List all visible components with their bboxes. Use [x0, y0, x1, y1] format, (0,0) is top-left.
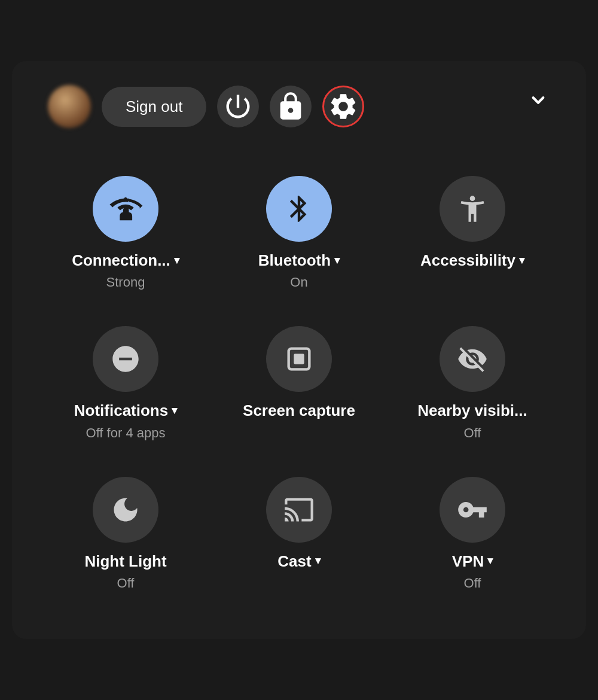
tile-accessibility[interactable]: Accessibility ▾	[395, 164, 550, 302]
top-bar: Sign out	[48, 85, 550, 128]
night-light-icon	[110, 494, 141, 525]
collapse-button[interactable]	[526, 96, 550, 118]
nearby-visibility-status: Off	[464, 425, 481, 441]
accessibility-icon	[457, 193, 488, 224]
screen-capture-label: Screen capture	[243, 401, 355, 420]
cast-icon-circle	[266, 477, 332, 543]
do-not-disturb-icon	[110, 343, 141, 375]
cast-icon	[283, 494, 315, 525]
bluetooth-status: On	[290, 275, 307, 290]
power-button[interactable]	[217, 86, 259, 127]
vpn-key-icon	[457, 494, 488, 525]
settings-button[interactable]	[322, 86, 364, 127]
notifications-icon-circle	[93, 326, 158, 392]
bluetooth-icon	[283, 193, 315, 224]
svg-rect-1	[294, 354, 304, 364]
chevron-down-icon	[526, 96, 550, 114]
quick-tiles-grid: Connection... ▾ Strong Bluetooth ▾ On	[48, 164, 550, 603]
bluetooth-label: Bluetooth ▾	[258, 251, 340, 270]
tile-nearby-visibility[interactable]: Nearby visibi... Off	[395, 314, 550, 452]
nearby-visibility-icon	[457, 343, 488, 375]
bluetooth-dropdown-arrow: ▾	[334, 254, 340, 267]
settings-icon	[328, 91, 359, 122]
vpn-status: Off	[464, 576, 481, 591]
connection-dropdown-arrow: ▾	[174, 254, 179, 267]
accessibility-dropdown-arrow: ▾	[519, 254, 524, 267]
night-light-label: Night Light	[84, 552, 166, 571]
quick-settings-panel: Sign out	[12, 61, 586, 639]
night-light-icon-circle	[93, 477, 158, 543]
bluetooth-icon-circle	[266, 176, 332, 242]
connection-status: Strong	[106, 275, 145, 290]
tile-bluetooth[interactable]: Bluetooth ▾ On	[221, 164, 377, 302]
cast-label: Cast ▾	[277, 552, 320, 571]
vpn-dropdown-arrow: ▾	[487, 555, 493, 568]
tile-connection[interactable]: Connection... ▾ Strong	[48, 164, 203, 302]
connection-label: Connection... ▾	[72, 251, 179, 270]
accessibility-icon-circle	[440, 176, 505, 242]
notifications-dropdown-arrow: ▾	[172, 404, 177, 418]
nearby-visibility-icon-circle	[440, 326, 505, 392]
lock-button[interactable]	[270, 86, 312, 127]
cast-dropdown-arrow: ▾	[315, 555, 321, 568]
nearby-visibility-label: Nearby visibi...	[417, 401, 527, 420]
tile-screen-capture[interactable]: Screen capture	[221, 314, 377, 452]
lock-icon	[275, 91, 306, 122]
tile-vpn[interactable]: VPN ▾ Off	[395, 465, 550, 603]
notifications-status: Off for 4 apps	[86, 425, 166, 441]
connection-icon-circle	[93, 176, 158, 242]
sign-out-label: Sign out	[126, 98, 182, 115]
tile-night-light[interactable]: Night Light Off	[48, 465, 203, 603]
vpn-icon-circle	[440, 477, 505, 543]
notifications-label: Notifications ▾	[74, 401, 177, 420]
tile-cast[interactable]: Cast ▾	[221, 465, 377, 603]
sign-out-button[interactable]: Sign out	[102, 87, 206, 127]
night-light-status: Off	[117, 576, 135, 591]
power-icon	[222, 91, 254, 122]
accessibility-label: Accessibility ▾	[420, 251, 524, 270]
wifi-lock-icon	[108, 191, 143, 226]
avatar[interactable]	[48, 85, 91, 128]
screen-capture-icon-circle	[266, 326, 332, 392]
vpn-label: VPN ▾	[452, 552, 493, 571]
tile-notifications[interactable]: Notifications ▾ Off for 4 apps	[48, 314, 203, 452]
